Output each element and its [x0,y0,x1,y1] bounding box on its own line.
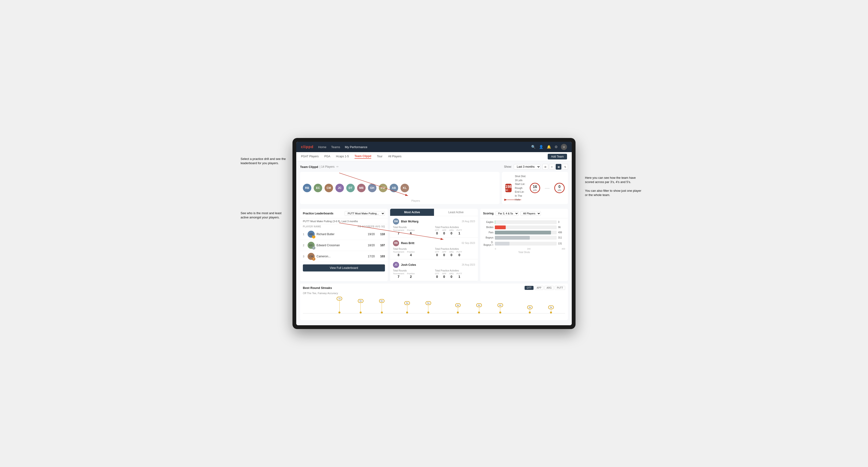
lb-avg-1: 110 [378,232,385,236]
search-icon[interactable]: 🔍 [531,145,536,149]
show-select[interactable]: Last 3 months [514,164,540,169]
bar-row: Pars 499 [483,231,565,235]
lb-avatar-3[interactable]: CM 3 [308,253,315,260]
add-team-button[interactable]: Add Team [548,154,567,159]
scoring-title: Scoring [483,212,494,215]
list-item: 5x [404,301,410,313]
shot-number: 198 SC [505,184,512,192]
lb-name-1: Richard Butler [316,232,365,236]
bar-row: Bogeys 311 [483,236,565,240]
player-avatar-9[interactable]: AB [390,184,398,192]
player-avatar-2[interactable]: EC [314,184,322,192]
subnav-tour[interactable]: Tour [377,155,382,158]
least-active-tab[interactable]: Least Active [434,209,478,216]
par-filter[interactable]: Par 3, 4 & 5s [496,211,519,216]
activity-player-1: BM Blair McHarg 26 Aug 2023 Total Rounds [390,216,478,238]
navbar-icons: 🔍 👤 🔔 ⚙ U [531,144,567,150]
metric-circle-2: 0 yds [554,183,565,193]
tablet-frame: clippd Home Teams My Performance 🔍 👤 🔔 ⚙… [292,138,576,329]
leaderboard-cols: PLAYER NAME PB SCORE PB AVG SQ [300,224,388,229]
annotation-top-left: Select a practice drill and see the lead… [241,157,288,165]
annotation-right: Here you can see how the team have score… [585,176,642,197]
pa-avatar-1[interactable]: BM [393,218,399,224]
main-grid: Practice Leaderboards PUTT Must Make Put… [300,209,568,281]
bar-row: Eagles 3 [483,220,565,224]
lb-score-1: 19/20 [367,232,376,236]
rank-badge-2: 2 [312,246,315,250]
activity-panel: Most Active Least Active BM Blair McHarg… [390,209,478,281]
ott-filter-btn[interactable]: OTT [525,286,533,290]
player-avatar-5[interactable]: DT [346,184,355,192]
pa-stats-2: Total Rounds Tournament 8 Practice [393,248,475,257]
subnav-pga[interactable]: PGA [324,155,330,158]
settings-icon[interactable]: ⚙ [555,145,558,149]
nav-home[interactable]: Home [318,144,327,150]
nav-my-performance[interactable]: My Performance [345,144,367,150]
rank-badge-3: 3 [312,257,315,261]
scoring-panel: Scoring Par 3, 4 & 5s All Players Eagles [480,209,568,281]
scoring-bar-chart: Eagles 3 Birdies 96 Pars 499 Bogeys 311 [483,220,565,246]
nav-teams[interactable]: Teams [331,144,340,150]
pa-avatar-2[interactable]: RB [393,240,399,246]
list-item: 6x [379,299,385,313]
list-item: 4x [476,303,482,313]
pa-avatar-3[interactable]: JC [393,262,399,268]
practice-leaderboard-panel: Practice Leaderboards PUTT Must Make Put… [300,209,388,281]
lb-avg-2: 107 [378,244,385,247]
navbar: clippd Home Teams My Performance 🔍 👤 🔔 ⚙… [296,142,572,152]
player-avatar-8[interactable]: PW [379,184,387,192]
app-filter-btn[interactable]: APP [534,286,544,290]
pa-name-1: Blair McHarg [401,220,418,223]
arg-filter-btn[interactable]: ARG [545,286,554,290]
drill-select[interactable]: PUTT Must Make Putting... [345,211,385,216]
most-active-tab[interactable]: Most Active [390,209,434,216]
bell-icon[interactable]: 🔔 [547,145,551,149]
putt-filter-btn[interactable]: PUTT [555,286,565,290]
bar-row: D. Bogeys + 131 [483,241,565,246]
view-full-leaderboard-button[interactable]: View Full Leaderboard [303,264,385,272]
lb-avg-3: 103 [378,255,385,258]
list-item: 7x [337,297,342,313]
subnav-right: Add Team [548,154,567,159]
list-view-btn[interactable]: ≡ [549,164,555,169]
list-item: 4x [497,303,503,313]
avatar[interactable]: U [561,144,567,150]
bar-fill [495,225,506,229]
streaks-title: Best Round Streaks [303,286,332,290]
bar-row: Birdies 96 [483,225,565,229]
grid-view-btn[interactable]: ⊞ [542,164,548,169]
player-avatar-6[interactable]: MB [357,184,366,192]
pa-header-1: BM Blair McHarg 26 Aug 2023 [393,218,475,224]
lb-score-3: 17/20 [367,255,376,258]
leaderboard-subtitle: PUTT Must Make Putting (3-6 ft), Last 3 … [300,218,388,224]
table-row: 2 EC 2 Edward Crossman 18/20 107 [300,240,388,251]
filter-btn[interactable]: ⇅ [562,164,568,169]
pa-name-3: Josh Coles [401,263,416,267]
card-view-btn[interactable]: ▦ [556,164,561,169]
activity-tabs: Most Active Least Active [390,209,478,216]
player-avatar-3[interactable]: CM [324,184,333,192]
show-label: Show: Last 3 months ⊞ ≡ ▦ ⇅ [504,164,568,169]
subnav: PGAT Players PGA Hcaps 1-5 Team Clippd T… [296,152,572,161]
shot-details: Shot Dist: 16 yds Start Lie: Rough End L… [515,174,526,201]
lb-avatar-1[interactable]: RB 🥇 [308,231,315,238]
players-filter[interactable]: All Players [521,211,541,216]
player-avatar-1[interactable]: RB [303,184,311,192]
team-title: Team Clippd [300,165,318,168]
bar-fill [495,231,551,235]
pa-header-2: RB Rees Britt 02 Sep 2023 [393,240,475,246]
lb-avatar-2[interactable]: EC 2 [308,242,315,249]
table-row: 3 CM 3 Cameron... 17/20 103 [300,251,388,262]
edit-icon[interactable]: ✏ [336,165,339,168]
bar-fill [495,236,530,240]
subnav-all-players[interactable]: All Players [388,155,401,158]
player-avatar-4[interactable]: JC [335,184,344,192]
rank-badge-1: 🥇 [312,235,315,239]
shot-metrics: 16 yds — 0 yds [530,183,565,193]
subnav-pgat[interactable]: PGAT Players [301,155,319,158]
subnav-team-clippd[interactable]: Team Clippd [354,154,371,159]
player-avatar-7[interactable]: GH [368,184,376,192]
player-avatar-10[interactable]: KL [401,184,409,192]
people-icon[interactable]: 👤 [539,145,544,149]
subnav-hcaps[interactable]: Hcaps 1-5 [336,155,349,158]
